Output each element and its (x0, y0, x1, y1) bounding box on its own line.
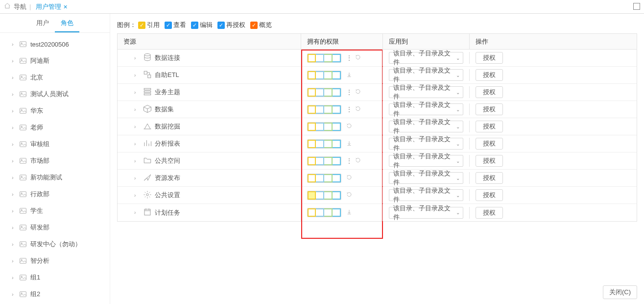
perm-edit[interactable] (324, 208, 333, 217)
perm-regrant[interactable] (333, 191, 341, 200)
sidebar-item[interactable]: ›智分析 (0, 253, 110, 269)
permission-boxes[interactable] (307, 105, 341, 114)
perm-ref[interactable] (308, 88, 316, 97)
sidebar-item[interactable]: ›华东 (0, 102, 110, 119)
tab-user[interactable]: 用户 (30, 17, 55, 32)
sidebar-item[interactable]: ›研发中心（勿动） (0, 236, 110, 253)
chevron-right-icon[interactable]: › (134, 124, 140, 129)
apply-select[interactable]: 该目录、子目录及文件⌄ (389, 172, 463, 184)
perm-view[interactable] (316, 54, 324, 62)
apply-select[interactable]: 该目录、子目录及文件⌄ (389, 155, 463, 167)
perm-view[interactable] (316, 105, 324, 114)
apply-arrow-icon[interactable] (346, 175, 352, 182)
sidebar-item[interactable]: ›学生 (0, 203, 110, 219)
apply-select[interactable]: 该目录、子目录及文件⌄ (389, 121, 463, 132)
tab-close-icon[interactable]: × (63, 3, 67, 11)
perm-view[interactable] (316, 191, 324, 200)
sidebar-item[interactable]: ›阿迪斯 (0, 52, 110, 69)
perm-ref[interactable] (308, 105, 316, 114)
perm-regrant[interactable] (333, 71, 341, 79)
perm-regrant[interactable] (333, 54, 341, 62)
authorize-button[interactable]: 授权 (476, 189, 503, 201)
perm-view[interactable] (316, 88, 324, 97)
permission-boxes[interactable] (307, 71, 341, 80)
authorize-button[interactable]: 授权 (476, 138, 503, 150)
permission-boxes[interactable] (307, 53, 341, 63)
apply-select[interactable]: 该目录、子目录及文件⌄ (389, 86, 463, 98)
sidebar-item[interactable]: ›北京 (0, 69, 110, 86)
chevron-right-icon[interactable]: › (134, 141, 140, 147)
permission-boxes[interactable] (307, 156, 341, 166)
perm-edit[interactable] (324, 88, 333, 97)
permission-boxes[interactable] (307, 122, 341, 131)
apply-arrow-icon[interactable] (355, 54, 361, 62)
perm-view[interactable] (316, 123, 324, 131)
sidebar-item[interactable]: ›研发部 (0, 219, 110, 236)
more-icon[interactable]: ⋮ (346, 106, 352, 113)
perm-regrant[interactable] (333, 88, 341, 97)
sidebar-item[interactable]: ›测试人员测试 (0, 86, 110, 102)
chevron-right-icon[interactable]: › (134, 90, 140, 95)
permission-boxes[interactable] (307, 174, 341, 183)
tab-role[interactable]: 角色 (55, 17, 79, 32)
apply-arrow-icon[interactable] (346, 72, 352, 79)
perm-view[interactable] (316, 208, 324, 217)
perm-ref[interactable] (308, 208, 316, 217)
perm-regrant[interactable] (333, 123, 341, 131)
perm-ref[interactable] (308, 191, 316, 200)
more-icon[interactable]: ⋮ (346, 157, 352, 164)
authorize-button[interactable]: 授权 (476, 172, 503, 184)
chevron-right-icon[interactable]: › (134, 73, 140, 78)
perm-view[interactable] (316, 140, 324, 148)
checkbox-icon[interactable]: ✓ (191, 22, 198, 29)
permission-boxes[interactable] (307, 208, 341, 217)
perm-edit[interactable] (324, 191, 333, 200)
perm-ref[interactable] (308, 174, 316, 182)
home-icon[interactable] (4, 2, 11, 11)
perm-edit[interactable] (324, 54, 333, 62)
apply-select[interactable]: 该目录、子目录及文件⌄ (389, 207, 463, 219)
apply-arrow-icon[interactable] (355, 157, 361, 165)
perm-view[interactable] (316, 71, 324, 79)
maximize-icon[interactable] (633, 3, 640, 10)
authorize-button[interactable]: 授权 (476, 155, 503, 167)
more-icon[interactable]: ⋮ (346, 54, 352, 61)
perm-edit[interactable] (324, 157, 333, 165)
sidebar-item[interactable]: ›组1 (0, 269, 110, 286)
chevron-right-icon[interactable]: › (134, 210, 140, 215)
perm-view[interactable] (316, 174, 324, 182)
apply-select[interactable]: 该目录、子目录及文件⌄ (389, 138, 463, 150)
perm-edit[interactable] (324, 140, 333, 148)
perm-ref[interactable] (308, 54, 316, 62)
apply-arrow-icon[interactable] (346, 140, 352, 148)
sidebar-item[interactable]: ›行政部 (0, 186, 110, 203)
authorize-button[interactable]: 授权 (476, 207, 503, 219)
perm-regrant[interactable] (333, 140, 341, 148)
apply-arrow-icon[interactable] (355, 106, 361, 113)
apply-arrow-icon[interactable] (346, 192, 352, 199)
more-icon[interactable]: ⋮ (346, 89, 352, 96)
apply-select[interactable]: 该目录、子目录及文件⌄ (389, 52, 463, 64)
perm-view[interactable] (316, 157, 324, 165)
tab-user-management[interactable]: 用户管理 × (34, 2, 69, 11)
perm-ref[interactable] (308, 157, 316, 165)
apply-select[interactable]: 该目录、子目录及文件⌄ (389, 103, 463, 115)
perm-regrant[interactable] (333, 208, 341, 217)
perm-edit[interactable] (324, 71, 333, 79)
chevron-right-icon[interactable]: › (134, 176, 140, 181)
chevron-right-icon[interactable]: › (134, 158, 140, 164)
sidebar-item[interactable]: ›组2 (0, 286, 110, 303)
sidebar-item[interactable]: ›老师 (0, 119, 110, 136)
perm-edit[interactable] (324, 123, 333, 131)
checkbox-icon[interactable]: ✓ (217, 22, 225, 29)
sidebar-item[interactable]: ›审核组 (0, 136, 110, 152)
sidebar-item[interactable]: ›市场部 (0, 152, 110, 169)
perm-regrant[interactable] (333, 105, 341, 114)
authorize-button[interactable]: 授权 (476, 52, 503, 64)
perm-edit[interactable] (324, 105, 333, 114)
authorize-button[interactable]: 授权 (476, 86, 503, 98)
chevron-right-icon[interactable]: › (134, 107, 140, 112)
apply-select[interactable]: 该目录、子目录及文件⌄ (389, 189, 463, 201)
apply-arrow-icon[interactable] (355, 89, 361, 96)
authorize-button[interactable]: 授权 (476, 69, 503, 81)
